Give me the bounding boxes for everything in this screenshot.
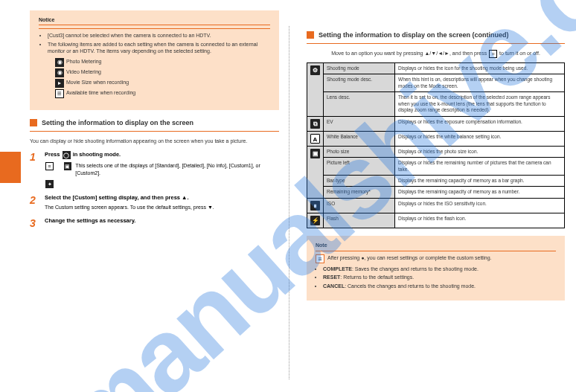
icon-line-text: Photo Metering [66, 58, 101, 65]
table-row: Remaining memory* Displays the remaining… [307, 187, 565, 198]
right-lead: Move to an option you want by pressing ▲… [307, 50, 565, 58]
movie-icon: ▸ [55, 79, 64, 88]
control-icon: ✦ [45, 180, 54, 188]
row-label: White Balance [324, 131, 395, 146]
row-desc: Then it is set to on, the description of… [395, 92, 565, 116]
row-desc: Displays or hides the white balance sett… [395, 131, 565, 146]
row-desc: Displays the remaining capacity of memor… [395, 187, 565, 198]
notice-bullet: [Cust3] cannot be selected when the came… [48, 32, 270, 39]
table-row: Bar-type Displays the remaining capacity… [307, 175, 565, 186]
picture-icon: ▣ [310, 149, 320, 158]
row-label: Shooting mode desc. [324, 74, 395, 92]
row-desc: Displays or hides the flash icon. [395, 213, 565, 228]
menu-icon: ≡ [489, 50, 497, 58]
step-1: 1 Press ◯ in shooting mode. ≡ ▣ This sel… [30, 151, 279, 188]
step-number: 2 [30, 194, 40, 211]
menu-icon: ≡ [45, 162, 54, 170]
left-section-header: Setting the information to display on th… [30, 119, 279, 126]
row-desc: Displays or hides the exposure compensat… [395, 116, 565, 131]
note-item: COMPLETE: Saves the changes and returns … [323, 266, 556, 273]
step-3: 3 Change the settings as necessary. [30, 217, 279, 229]
step2-head: Select the [Custom] setting display, and… [45, 194, 279, 202]
menu-icon: ≡ [316, 254, 324, 263]
right-column: Setting the information to display on th… [307, 22, 565, 301]
note-line1: After pressing ●, you can reset settings… [327, 254, 492, 262]
table-row: ⚙ Shooting mode Displays or hides the ic… [307, 63, 565, 74]
iso-icon: ∎ [310, 201, 320, 211]
page-edge-tab [0, 152, 21, 183]
section-rule [30, 131, 279, 132]
flash-icon: ⚡ [310, 216, 320, 225]
step3-head: Change the settings as necessary. [45, 217, 279, 225]
row-label: Flash [324, 213, 395, 228]
step-2: 2 Select the [Custom] setting display, a… [30, 194, 279, 211]
section-bullet [30, 119, 37, 126]
table-row: Lens desc. Then it is set to on, the des… [307, 92, 565, 116]
table-row: A White Balance Displays or hides the wh… [307, 131, 565, 146]
step1-head-pre: Press [45, 151, 62, 158]
row-desc: Displays or hides the icon for the shoot… [395, 63, 565, 74]
section-rule [307, 43, 565, 44]
metering-icon: ◉ [55, 58, 64, 67]
column-divider [289, 26, 289, 379]
row-label: Shooting mode [324, 63, 395, 74]
section-title: Setting the information to display on th… [42, 119, 193, 126]
table-row: ∎ ISO Displays or hides the ISO sensitiv… [307, 198, 565, 213]
gear-icon: ⚙ [310, 65, 320, 75]
ev-icon: ⧉ [310, 119, 320, 129]
row-label: Remaining memory* [324, 187, 395, 198]
intro-text: You can display or hide shooting informa… [30, 138, 279, 145]
icon-line-text: Movie Size when recording [66, 79, 129, 86]
row-desc: Displays the remaining capacity of memor… [395, 175, 565, 186]
row-label: Photo size [324, 146, 395, 157]
row-desc: Displays or hides the photo size icon. [395, 146, 565, 157]
row-label: Picture left [324, 158, 395, 176]
disp-button-icon: ◯ [63, 151, 71, 159]
section-bullet [307, 31, 314, 39]
note-box: Note ≡ After pressing ●, you can reset s… [307, 236, 565, 301]
icon-line-text: Available time when recording [66, 89, 135, 96]
note-item: RESET: Returns to the default settings. [323, 274, 556, 281]
note-rule [316, 251, 556, 251]
row-label: Lens desc. [324, 92, 395, 116]
table-row: ▣ Photo size Displays or hides the photo… [307, 146, 565, 157]
icon-line-text: Video Metering [66, 68, 101, 75]
step-number: 1 [30, 151, 40, 188]
left-column: Notice [Cust3] cannot be selected when t… [30, 10, 279, 229]
wb-icon: A [310, 134, 320, 144]
lead-post: to turn it on or off. [499, 51, 540, 56]
notice-rule-bottom [39, 28, 270, 29]
step2-body: The Custom setting screen appears. To us… [45, 204, 279, 211]
row-desc: When this hint is on, descriptions will … [395, 74, 565, 92]
table-row: Shooting mode desc. When this hint is on… [307, 74, 565, 92]
notice-title: Notice [39, 16, 270, 23]
table-row: Picture left Displays or hides the remai… [307, 158, 565, 176]
picture-icon: ▣ [64, 162, 72, 170]
row-desc: Displays or hides the remaining number o… [395, 158, 565, 176]
metering-video-icon: ◉ [55, 68, 64, 77]
table-row: ⚡ Flash Displays or hides the flash icon… [307, 213, 565, 228]
step1-body: This selects one of the displays of [Sta… [75, 162, 279, 177]
row-label: ISO [324, 198, 395, 213]
note-item: CANCEL: Cancels the changes and returns … [323, 283, 556, 290]
notice-bullet: The following items are added to each se… [48, 41, 270, 55]
step-number: 3 [30, 217, 40, 229]
row-label: EV [324, 116, 395, 131]
section-title: Setting the information to display on th… [319, 31, 509, 39]
row-desc: Displays or hides the ISO sensitivity ic… [395, 198, 565, 213]
menu-icon [55, 89, 64, 98]
lead-pre: Move to an option you want by pressing ▲… [331, 51, 488, 56]
notice-rule-top [39, 25, 270, 25]
row-label: Bar-type [324, 175, 395, 186]
step1-head-post: in shooting mode. [73, 151, 121, 158]
right-section-header: Setting the information to display on th… [307, 31, 565, 39]
note-title: Note [316, 242, 556, 249]
table-row: ⧉ EV Displays or hides the exposure comp… [307, 116, 565, 131]
settings-table: ⚙ Shooting mode Displays or hides the ic… [307, 62, 565, 228]
notice-box: Notice [Cust3] cannot be selected when t… [30, 10, 279, 110]
